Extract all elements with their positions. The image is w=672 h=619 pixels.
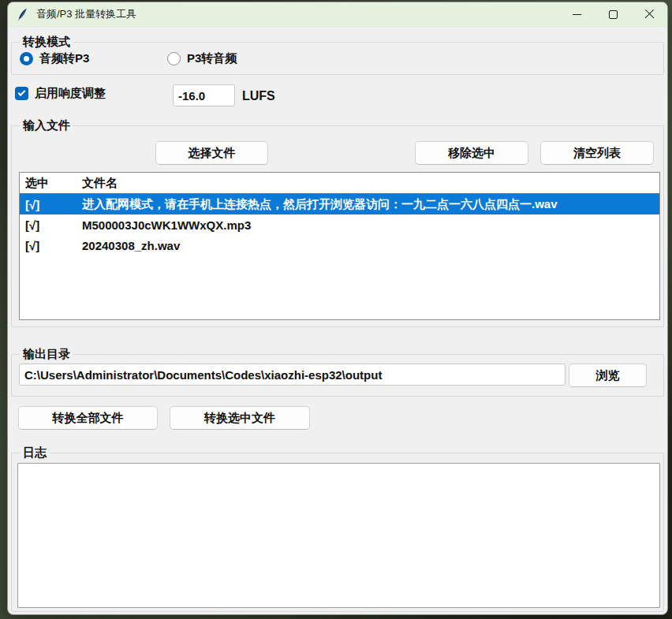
output-dir-input[interactable]	[19, 364, 566, 386]
input-files-group-label: 输入文件	[20, 118, 73, 132]
close-button[interactable]	[631, 2, 667, 26]
log-group: 日志	[11, 453, 664, 612]
output-dir-group-label: 输出目录	[20, 347, 73, 361]
row-check-cell: [√]	[20, 198, 81, 211]
row-filename-cell: 20240308_zh.wav	[81, 239, 659, 252]
minimize-button[interactable]	[558, 2, 595, 26]
maximize-icon	[609, 10, 618, 19]
row-filename-cell: 进入配网模式，请在手机上连接热点，然后打开浏览器访问：一九二点一六八点四点一.w…	[81, 197, 659, 212]
radio-unselected-icon	[167, 52, 181, 65]
row-check-cell: [√]	[20, 239, 81, 252]
close-icon	[644, 9, 655, 20]
input-files-group: 输入文件 选择文件 移除选中 清空列表 选中 文件名 [√] 进入配网模式，请在…	[11, 125, 664, 327]
radio-p3-to-audio[interactable]: P3转音频	[167, 51, 237, 66]
window-title: 音频/P3 批量转换工具	[36, 7, 136, 21]
lufs-input[interactable]	[173, 84, 235, 106]
check-mark-icon	[18, 88, 26, 96]
conversion-mode-group: 转换模式 音频转P3 P3转音频	[11, 42, 664, 75]
file-table-header[interactable]: 选中 文件名	[20, 173, 659, 194]
minimize-icon	[573, 14, 581, 15]
browse-button[interactable]: 浏览	[569, 364, 647, 387]
column-header-filename[interactable]: 文件名	[81, 176, 659, 191]
log-textarea[interactable]	[17, 463, 660, 608]
remove-selected-button[interactable]: 移除选中	[415, 141, 528, 165]
file-list-table: 选中 文件名 [√] 进入配网模式，请在手机上连接热点，然后打开浏览器访问：一九…	[19, 172, 660, 320]
radio-audio-to-p3[interactable]: 音频转P3	[20, 51, 89, 66]
select-files-button[interactable]: 选择文件	[155, 141, 268, 165]
row-check-cell: [√]	[20, 218, 81, 232]
clear-list-button[interactable]: 清空列表	[540, 141, 654, 165]
convert-selected-button[interactable]: 转换选中文件	[170, 406, 310, 430]
lufs-unit-label: LUFS	[242, 89, 275, 103]
output-dir-group: 输出目录 浏览	[11, 354, 664, 397]
table-row[interactable]: [√] M500003J0cWK1WWxQX.mp3	[20, 214, 659, 235]
log-group-label: 日志	[20, 446, 50, 460]
caption-buttons	[558, 2, 667, 26]
title-bar: 音频/P3 批量转换工具	[8, 2, 667, 27]
column-header-checked[interactable]: 选中	[20, 176, 81, 191]
row-filename-cell: M500003J0cWK1WWxQX.mp3	[81, 218, 659, 232]
maximize-button[interactable]	[595, 2, 631, 26]
convert-all-button[interactable]: 转换全部文件	[18, 406, 158, 430]
checkbox-checked-icon	[15, 87, 28, 100]
table-row[interactable]: [√] 进入配网模式，请在手机上连接热点，然后打开浏览器访问：一九二点一六八点四…	[20, 194, 659, 214]
radio-audio-to-p3-label: 音频转P3	[39, 51, 89, 66]
loudness-checkbox[interactable]: 启用响度调整	[15, 86, 106, 101]
radio-selected-icon	[20, 52, 33, 65]
tk-feather-icon	[17, 8, 29, 21]
loudness-checkbox-label: 启用响度调整	[35, 86, 106, 101]
table-row[interactable]: [√] 20240308_zh.wav	[20, 235, 659, 255]
app-window: 音频/P3 批量转换工具 转换模式 音频转P3 P3转音频 启用响度调整 LUF…	[7, 2, 668, 615]
radio-p3-to-audio-label: P3转音频	[187, 51, 237, 66]
conversion-mode-group-label: 转换模式	[20, 35, 73, 49]
